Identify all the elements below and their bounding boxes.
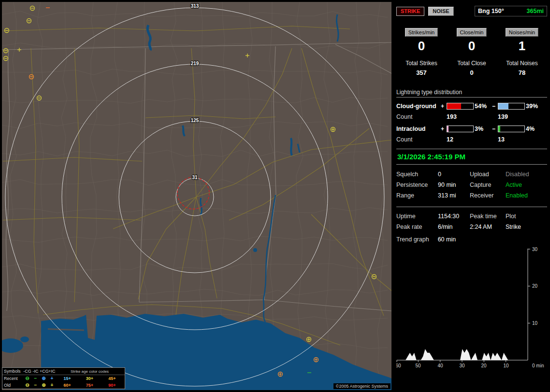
- settings-readout: Squelch 0 Upload Disabled Persistence 90…: [396, 171, 547, 199]
- legend-symbol: −: [31, 376, 40, 381]
- noises-per-min-column: Noises/min 1 Total Noises 78: [497, 28, 547, 76]
- peak-time-label: Peak time: [470, 213, 506, 220]
- legend-age-code: 60+: [64, 383, 71, 388]
- cg-negative-count: 139: [498, 113, 547, 120]
- legend-age-codes: 15+30+45+: [56, 376, 123, 381]
- count-label: Count: [396, 113, 441, 120]
- strike-mode-button[interactable]: STRIKE: [396, 7, 424, 16]
- y-tick-10: 10: [532, 321, 538, 326]
- cloud-ground-row: Cloud-ground + 54% − 39%: [396, 102, 547, 110]
- uptime-value: 1154:30: [438, 213, 470, 220]
- bearing-readout: Bng 150° 365mi: [475, 6, 547, 16]
- upload-label: Upload: [470, 171, 506, 178]
- map-canvas[interactable]: 313 219 125 31: [2, 2, 391, 390]
- intracloud-label: Intracloud: [396, 126, 441, 132]
- receiver-status: Enabled: [506, 192, 547, 199]
- ic-positive-bar: [447, 126, 474, 132]
- noises-per-min-value: 1: [497, 40, 547, 52]
- upload-status: Disabled: [506, 171, 547, 178]
- y-tick-20: 20: [532, 283, 538, 289]
- peak-rate-label: Peak rate: [396, 224, 438, 230]
- capture-label: Capture: [470, 182, 506, 188]
- positive-sign: +: [441, 126, 447, 132]
- map: 313 219 125 31 Symbols -CG -IC +CG +IC S…: [2, 2, 391, 390]
- legend-symbol: ⊕: [40, 382, 48, 388]
- control-panel: STRIKE NOISE Bng 150° 365mi Strikes/min …: [392, 0, 550, 392]
- bearing-range: 365mi: [527, 8, 544, 14]
- cg-positive-bar: [447, 103, 474, 110]
- ring-label: 313: [191, 3, 199, 9]
- peak-rate-value: 6/min: [438, 224, 470, 230]
- cg-positive-count: 193: [447, 113, 492, 120]
- x-tick-50: 50: [415, 363, 421, 368]
- x-tick-40: 40: [437, 363, 443, 368]
- trend-series: [397, 349, 528, 360]
- legend-header-row: Symbols -CG -IC +CG +IC Strike age color…: [2, 368, 125, 375]
- cg-positive-percent: 54%: [475, 103, 492, 110]
- total-strikes-label: Total Strikes: [396, 60, 447, 67]
- legend-old-row: Old ⊖−⊕+ 60+75+90+: [2, 382, 125, 389]
- cloud-ground-count-row: Count 193 139: [396, 113, 547, 120]
- cg-negative-percent: 39%: [526, 103, 547, 110]
- ring-label: 125: [191, 118, 199, 123]
- intracloud-row: Intracloud + 3% − 4%: [396, 125, 547, 133]
- strikes-per-min-label: Strikes/min: [405, 28, 438, 37]
- legend-age-code: 30+: [86, 376, 93, 381]
- cg-negative-bar: [498, 103, 525, 110]
- trend-graph-label: Trend graph: [396, 236, 429, 243]
- legend-age-code: 75+: [86, 383, 93, 388]
- close-per-min-label: Close/min: [457, 28, 487, 37]
- legend-symbol: +: [48, 382, 56, 388]
- total-noises-label: Total Noises: [497, 60, 547, 67]
- copyright-notice: ©2005 Astrogenic Systems: [333, 383, 391, 389]
- plot-value: Strike: [506, 224, 547, 230]
- legend-col-header: +CG: [40, 369, 48, 374]
- x-tick-10: 10: [503, 363, 509, 368]
- total-noises-value: 78: [497, 69, 547, 76]
- capture-status: Active: [506, 182, 547, 188]
- legend-col-header: -CG: [23, 369, 31, 374]
- strike-legend: Symbols -CG -IC +CG +IC Strike age color…: [2, 367, 125, 389]
- legend-age-title: Strike age color codes: [56, 369, 123, 374]
- legend-symbol: ⊕: [40, 376, 48, 381]
- peak-time-value: 2:24 AM: [470, 224, 506, 230]
- receiver-label: Receiver: [470, 192, 506, 199]
- cloud-ground-label: Cloud-ground: [396, 103, 441, 110]
- legend-age-code: 90+: [108, 383, 116, 388]
- legend-symbol: −: [31, 382, 40, 388]
- range-label: Range: [396, 192, 438, 199]
- positive-sign: +: [441, 103, 447, 110]
- plot-label: Plot: [506, 213, 547, 220]
- ic-positive-percent: 3%: [475, 126, 492, 132]
- mode-toolbar: STRIKE NOISE Bng 150° 365mi: [396, 6, 547, 16]
- legend-row-label: Old: [4, 383, 23, 388]
- ring-label: 31: [192, 175, 198, 180]
- legend-col-header: +IC: [48, 369, 56, 374]
- trend-graph-window: 60 min: [438, 236, 456, 243]
- trend-graph-chart: 30 20 10 60 50 40 30 20 10 0 min: [396, 247, 547, 371]
- ic-negative-percent: 4%: [526, 126, 547, 132]
- noises-per-min-label: Noises/min: [506, 28, 538, 37]
- legend-age-code: 15+: [64, 376, 71, 381]
- legend-col-header: -IC: [31, 369, 40, 374]
- distribution-title: Lightning type distribution: [396, 89, 547, 98]
- intracloud-count-row: Count 12 13: [396, 136, 547, 143]
- legend-symbols: ⊖−⊕+: [23, 382, 56, 388]
- rate-counters: Strikes/min 0 Total Strikes 357 Close/mi…: [396, 28, 547, 76]
- legend-age-code: 45+: [108, 376, 116, 381]
- negative-sign: −: [492, 103, 498, 110]
- ring-label: 219: [191, 61, 199, 66]
- app-window: 313 219 125 31 Symbols -CG -IC +CG +IC S…: [0, 0, 550, 392]
- legend-recent-row: Recent ⊖−⊕+ 15+30+45+: [2, 375, 125, 382]
- total-strikes-value: 357: [396, 69, 447, 76]
- noise-mode-button[interactable]: NOISE: [428, 7, 453, 16]
- negative-sign: −: [492, 126, 498, 132]
- close-per-min-value: 0: [447, 40, 497, 52]
- uptime-label: Uptime: [396, 213, 438, 220]
- squelch-label: Squelch: [396, 171, 438, 178]
- stats-readout: Uptime 1154:30 Peak time Plot Peak rate …: [396, 207, 547, 230]
- total-close-value: 0: [447, 69, 497, 76]
- bearing-label: Bng 150°: [478, 8, 504, 14]
- x-end-label: 0 min: [532, 363, 544, 368]
- total-close-label: Total Close: [447, 60, 497, 67]
